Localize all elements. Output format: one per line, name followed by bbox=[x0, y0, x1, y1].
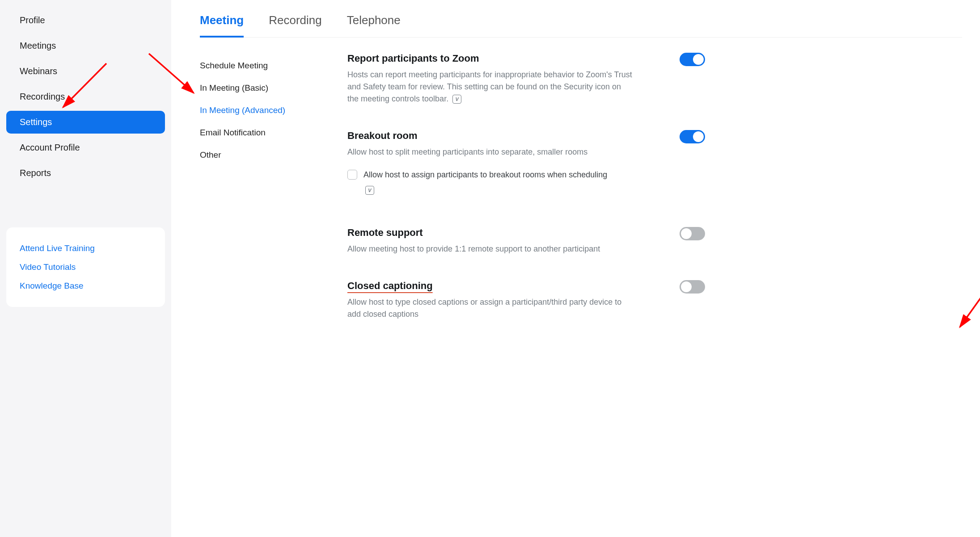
help-link-tutorials[interactable]: Video Tutorials bbox=[20, 258, 152, 277]
subnav-email-notification[interactable]: Email Notification bbox=[200, 122, 338, 144]
setting-report-participants: Report participants to Zoom Hosts can re… bbox=[347, 53, 634, 105]
tab-recording[interactable]: Recording bbox=[269, 6, 322, 37]
subnav-other[interactable]: Other bbox=[200, 144, 338, 166]
checkbox-assign-breakout-scheduling[interactable] bbox=[347, 170, 357, 180]
subnav-in-meeting-advanced[interactable]: In Meeting (Advanced) bbox=[200, 99, 338, 122]
sidebar-item-account-profile[interactable]: Account Profile bbox=[6, 136, 165, 159]
sidebar-item-profile[interactable]: Profile bbox=[6, 9, 165, 32]
setting-title: Breakout room bbox=[347, 130, 634, 142]
toggle-remote-support[interactable] bbox=[680, 227, 705, 240]
sidebar-item-webinars[interactable]: Webinars bbox=[6, 60, 165, 83]
tab-telephone[interactable]: Telephone bbox=[347, 6, 401, 37]
sidebar: Profile Meetings Webinars Recordings Set… bbox=[0, 0, 171, 537]
setting-title: Remote support bbox=[347, 227, 634, 239]
setting-desc: Allow host to split meeting participants… bbox=[347, 146, 634, 158]
help-card: Attend Live Training Video Tutorials Kno… bbox=[6, 227, 165, 307]
setting-desc: Allow meeting host to provide 1:1 remote… bbox=[347, 243, 634, 255]
sidebar-item-settings[interactable]: Settings bbox=[6, 111, 165, 134]
setting-remote-support: Remote support Allow meeting host to pro… bbox=[347, 227, 634, 255]
setting-closed-captioning: Closed captioning Allow host to type clo… bbox=[347, 280, 634, 320]
tab-meeting[interactable]: Meeting bbox=[200, 6, 244, 37]
setting-title: Closed captioning bbox=[347, 280, 634, 292]
setting-desc: Allow host to type closed captions or as… bbox=[347, 296, 634, 320]
main-content: Meeting Recording Telephone Schedule Mee… bbox=[171, 0, 980, 537]
setting-desc: Hosts can report meeting participants fo… bbox=[347, 69, 634, 105]
sub-option-label: Allow host to assign participants to bre… bbox=[363, 169, 607, 181]
toggle-breakout-room[interactable] bbox=[680, 130, 705, 143]
modified-reset-icon[interactable]: V bbox=[365, 186, 374, 195]
sidebar-item-recordings[interactable]: Recordings bbox=[6, 85, 165, 108]
toggle-closed-captioning[interactable] bbox=[680, 280, 705, 294]
subnav-schedule-meeting[interactable]: Schedule Meeting bbox=[200, 55, 338, 77]
sidebar-item-meetings[interactable]: Meetings bbox=[6, 34, 165, 57]
help-link-training[interactable]: Attend Live Training bbox=[20, 239, 152, 258]
tabs: Meeting Recording Telephone bbox=[200, 6, 962, 38]
toggle-report-participants[interactable] bbox=[680, 53, 705, 66]
setting-title: Report participants to Zoom bbox=[347, 53, 634, 64]
svg-line-2 bbox=[960, 289, 980, 327]
help-link-knowledge[interactable]: Knowledge Base bbox=[20, 277, 152, 295]
subnav-in-meeting-basic[interactable]: In Meeting (Basic) bbox=[200, 77, 338, 99]
sidebar-item-reports[interactable]: Reports bbox=[6, 162, 165, 185]
settings-subnav: Schedule Meeting In Meeting (Basic) In M… bbox=[200, 52, 338, 345]
setting-breakout-room: Breakout room Allow host to split meetin… bbox=[347, 130, 634, 195]
modified-reset-icon[interactable]: V bbox=[452, 95, 461, 104]
